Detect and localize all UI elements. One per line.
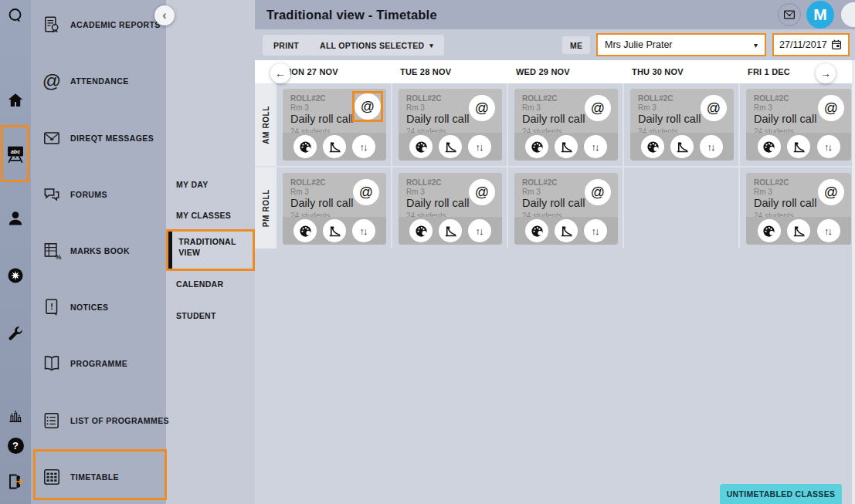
me-button[interactable]: ME bbox=[562, 36, 590, 54]
class-card[interactable]: ROLL#2C Rm 3 Daily roll call 24 students… bbox=[746, 89, 851, 161]
sort-arrows-icon[interactable]: ↑↓ bbox=[352, 135, 375, 158]
sidebar-item-direqt-messages[interactable]: DIREQT MESSAGES bbox=[31, 124, 166, 152]
teacher-select[interactable]: Mrs Julie Prater ▾ bbox=[596, 33, 766, 56]
sort-arrows-icon[interactable]: ↑↓ bbox=[468, 135, 491, 158]
attendance-button[interactable]: @ bbox=[698, 93, 729, 123]
sort-arrows-icon[interactable]: ↑↓ bbox=[817, 135, 840, 158]
at-icon: @ bbox=[469, 95, 495, 121]
sidebar-item-attendance[interactable]: @ ATTENDANCE bbox=[31, 67, 166, 95]
class-card[interactable]: ROLL#2C Rm 3 Daily roll call 24 students… bbox=[514, 89, 618, 161]
sort-arrows-icon[interactable]: ↑↓ bbox=[584, 219, 607, 242]
attendance-button[interactable]: @ bbox=[582, 177, 613, 208]
sidebar-item-programme[interactable]: PROGRAMME bbox=[31, 350, 166, 377]
timetable-row-am: AM ROLL ROLL#2C Rm 3 Daily roll call 24 … bbox=[255, 83, 855, 166]
at-icon: @ bbox=[355, 93, 381, 120]
palette-icon[interactable] bbox=[525, 135, 548, 158]
options-dropdown[interactable]: ALL OPTIONS SELECTED ▾ bbox=[309, 35, 444, 56]
sidebar-collapse-button[interactable]: ‹ bbox=[154, 5, 175, 25]
print-button[interactable]: PRINT bbox=[263, 35, 310, 56]
person-icon[interactable] bbox=[0, 209, 31, 228]
curve-chart-icon[interactable] bbox=[323, 135, 346, 158]
submenu-item-traditional-view[interactable]: TRADITIONAL VIEW bbox=[166, 229, 255, 271]
class-room: Rm 3 bbox=[290, 188, 309, 196]
class-card[interactable]: ROLL#2C Rm 3 Daily roll call 24 students… bbox=[399, 89, 502, 161]
class-card[interactable]: ROLL#2C Rm 3 Daily roll call 24 students… bbox=[630, 89, 734, 161]
sidebar-item-timetable[interactable]: TIMETABLE bbox=[31, 463, 166, 491]
sidebar-item-notices[interactable]: ! NOTICES bbox=[31, 293, 166, 321]
class-title: Daily roll call bbox=[522, 197, 585, 209]
next-week-button[interactable]: → bbox=[816, 63, 836, 83]
sort-arrows-icon[interactable]: ↑↓ bbox=[468, 219, 491, 242]
logout-icon[interactable] bbox=[0, 472, 31, 491]
date-input[interactable]: 27/11/2017 bbox=[772, 33, 850, 56]
submenu-item-student[interactable]: STUDENT bbox=[176, 311, 216, 320]
class-card[interactable]: ROLL#2C Rm 3 Daily roll call 24 students… bbox=[283, 173, 386, 245]
palette-icon[interactable] bbox=[525, 219, 548, 242]
palette-icon[interactable] bbox=[293, 219, 317, 242]
sort-arrows-icon[interactable]: ↑↓ bbox=[352, 219, 375, 242]
palette-icon[interactable] bbox=[641, 135, 664, 158]
timetable-cell: ROLL#2C Rm 3 Daily roll call 24 students… bbox=[508, 83, 624, 166]
curve-chart-icon[interactable] bbox=[670, 135, 694, 158]
home-icon[interactable] bbox=[0, 91, 31, 110]
wrench-icon[interactable] bbox=[0, 325, 31, 343]
attendance-button[interactable]: @ bbox=[352, 91, 383, 122]
help-icon[interactable]: ? bbox=[0, 438, 31, 454]
search-icon[interactable] bbox=[0, 6, 31, 26]
curve-chart-icon[interactable] bbox=[439, 135, 462, 158]
curve-chart-icon[interactable] bbox=[787, 135, 810, 158]
curve-chart-icon[interactable] bbox=[323, 219, 346, 242]
submenu-item-calendar[interactable]: CALENDAR bbox=[176, 279, 223, 289]
attendance-button[interactable]: @ bbox=[582, 93, 613, 123]
sort-arrows-icon[interactable]: ↑↓ bbox=[817, 219, 840, 242]
sort-arrows-icon[interactable]: ↑↓ bbox=[584, 135, 607, 158]
palette-icon[interactable] bbox=[409, 219, 433, 242]
submenu-item-my-classes[interactable]: MY CLASSES bbox=[176, 211, 231, 220]
curve-chart-icon[interactable] bbox=[439, 219, 462, 242]
class-card[interactable]: ROLL#2C Rm 3 Daily roll call 24 students… bbox=[514, 173, 618, 245]
attendance-button[interactable]: @ bbox=[816, 93, 847, 123]
classroom-board-icon[interactable]: abc bbox=[0, 143, 31, 164]
palette-icon[interactable] bbox=[409, 135, 433, 158]
class-card[interactable]: ROLL#2C Rm 3 Daily roll call 24 students… bbox=[399, 173, 502, 245]
sidebar-item-forums[interactable]: FORUMS bbox=[31, 181, 166, 208]
sidebar-item-list-of-programmes[interactable]: LIST OF PROGRAMMES bbox=[31, 407, 166, 435]
class-card[interactable]: ROLL#2C Rm 3 Daily roll call 24 students… bbox=[283, 89, 386, 161]
sidebar-item-label: DIREQT MESSAGES bbox=[70, 134, 154, 143]
notice-page-icon: ! bbox=[42, 297, 62, 317]
sort-arrows-icon[interactable]: ↑↓ bbox=[700, 135, 723, 158]
arrow-left-icon: ← bbox=[275, 67, 286, 79]
attendance-button[interactable]: @ bbox=[467, 177, 497, 208]
curve-chart-icon[interactable] bbox=[555, 135, 578, 158]
palette-icon[interactable] bbox=[758, 219, 781, 242]
chevron-left-icon: ‹ bbox=[162, 8, 166, 22]
messages-button[interactable] bbox=[778, 3, 801, 26]
question-glyph: ? bbox=[12, 440, 19, 452]
attendance-button[interactable]: @ bbox=[351, 177, 382, 208]
scrollbar-track[interactable] bbox=[852, 60, 855, 504]
untimetabled-classes-button[interactable]: UNTIMETABLED CLASSES bbox=[720, 484, 842, 504]
up-down-glyph: ↑↓ bbox=[707, 141, 716, 153]
main-content: Traditional view - Timetable M PRINT ALL… bbox=[255, 0, 855, 504]
sidebar-item-academic-reports[interactable]: ACADEMIC REPORTS bbox=[31, 11, 166, 39]
class-card[interactable]: ROLL#2C Rm 3 Daily roll call 24 students… bbox=[746, 173, 851, 245]
sidebar-item-marks-book[interactable]: % MARKS BOOK bbox=[31, 237, 166, 265]
timetable-cell: ROLL#2C Rm 3 Daily roll call 24 students… bbox=[392, 167, 508, 249]
previous-week-button[interactable]: ← bbox=[270, 63, 290, 83]
class-title: Daily roll call bbox=[522, 113, 585, 125]
class-code: ROLL#2C bbox=[290, 94, 326, 103]
curve-chart-icon[interactable] bbox=[787, 219, 810, 242]
palette-icon[interactable] bbox=[293, 135, 317, 158]
submenu-item-my-day[interactable]: MY DAY bbox=[176, 180, 208, 189]
attendance-button[interactable]: @ bbox=[467, 93, 497, 123]
module-sidebar: ACADEMIC REPORTS @ ATTENDANCE DIREQT MES… bbox=[31, 0, 166, 504]
calendar-icon bbox=[830, 39, 843, 51]
class-code: ROLL#2C bbox=[406, 94, 442, 103]
user-avatar[interactable]: M bbox=[806, 1, 834, 29]
curve-chart-icon[interactable] bbox=[555, 219, 578, 242]
attendance-button[interactable]: @ bbox=[816, 177, 847, 208]
palette-icon[interactable] bbox=[758, 135, 781, 158]
starburst-icon[interactable] bbox=[0, 266, 31, 285]
bar-chart-icon[interactable] bbox=[0, 407, 31, 424]
class-code: ROLL#2C bbox=[754, 94, 789, 103]
